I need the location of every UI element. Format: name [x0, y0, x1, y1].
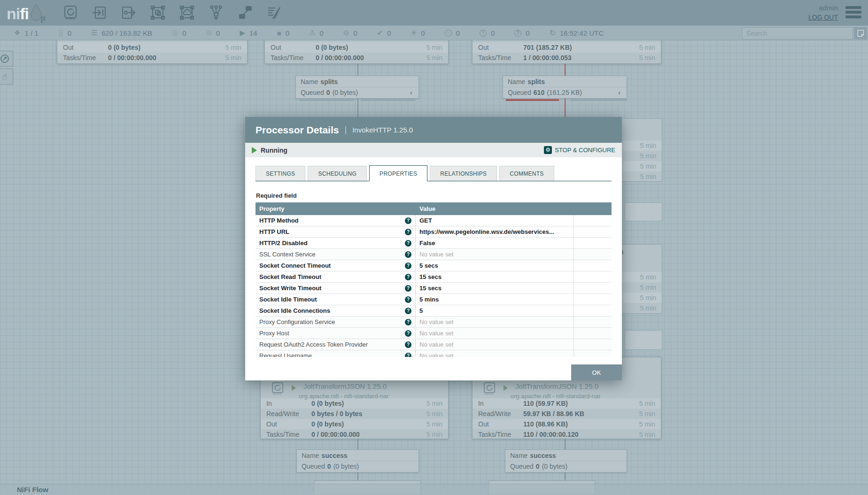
gear-icon: ⚙	[544, 146, 552, 154]
process-group-tool-icon[interactable]	[147, 2, 168, 23]
sticky-note-icon[interactable]	[854, 27, 867, 39]
help-icon[interactable]: ?	[405, 353, 411, 357]
breadcrumb-root[interactable]: NiFi Flow	[17, 486, 48, 494]
connection-name: Name success	[505, 450, 627, 461]
input-port-tool-icon[interactable]	[89, 2, 110, 23]
SCHEDULING[interactable]: SCHEDULING	[308, 166, 367, 181]
status-item: ⊘ 0	[206, 29, 220, 37]
not-transmitting-icon: ⊘	[206, 29, 212, 37]
property-row: Socket Idle Connections ? 5	[256, 305, 612, 317]
running-indicator	[292, 385, 296, 391]
status-item: ✳ 0	[411, 29, 425, 37]
queue-count-bar	[299, 99, 354, 101]
cluster-icon: ❖	[14, 29, 20, 37]
ok-button[interactable]: OK	[571, 364, 622, 380]
active-threads-icon: ⣿	[58, 29, 63, 37]
stat-row: In 0 (0 bytes) 5 min	[261, 398, 448, 409]
help-icon[interactable]: ?	[405, 341, 411, 348]
stop-and-configure-button[interactable]: ⚙ STOP & CONFIGURE	[544, 146, 615, 154]
processor-tool-icon[interactable]	[60, 2, 81, 23]
help-icon[interactable]: ?	[405, 229, 411, 235]
running-icon: ▶	[240, 29, 245, 37]
connection-line[interactable]	[357, 99, 358, 117]
remote-process-group-tool-icon[interactable]	[177, 2, 197, 23]
connection-label-success[interactable]: Name success Queued 0 (0 bytes)	[296, 449, 419, 472]
status-item: ◎ 0	[172, 29, 186, 37]
processor-icon	[482, 381, 496, 397]
stat-time: 5 min	[616, 272, 662, 282]
top-toolbar: nifi	[0, 0, 868, 25]
output-port-tool-icon[interactable]	[118, 2, 139, 23]
help-icon[interactable]: ?	[405, 217, 411, 224]
property-row: Socket Write Timeout ? 15 secs	[256, 283, 612, 294]
flow-status-bar: ❖ 1 / 1 ⣿ 0 ☰ 620 / 163.82 KB ◎ 0	[0, 25, 868, 40]
connection-line[interactable]	[357, 439, 358, 449]
locally-modified-stale-icon: !	[480, 30, 487, 37]
processor-block-partial[interactable]: ta 5 min5 min5 min5 min	[615, 244, 662, 314]
queue-size-bar	[571, 99, 627, 101]
connection-label-partial[interactable]	[625, 202, 662, 221]
help-icon[interactable]: ?	[405, 240, 411, 247]
pan-hand-icon[interactable]: ☝	[0, 69, 13, 85]
status-item: ▶ 14	[240, 29, 257, 37]
help-icon[interactable]: ?	[405, 330, 411, 337]
COMMENTS[interactable]: COMMENTS	[499, 166, 554, 181]
nifi-app: Out 0 (0 bytes) 5 min Tasks/Time 0 / 00:…	[0, 0, 868, 495]
property-row: HTTP/2 Disabled ? False	[256, 238, 612, 249]
connection-label-success[interactable]: Name success Queued 0 (0 bytes)	[505, 449, 627, 472]
status-item: ? 0	[514, 29, 529, 37]
processor-block-partial[interactable]: 5 min5 min5 min5 min	[615, 118, 662, 182]
property-row: Proxy Configuration Service ? No value s…	[256, 317, 612, 328]
help-icon[interactable]: ?	[405, 296, 411, 303]
stat-row: Out 0 (0 bytes) 5 min	[261, 419, 448, 429]
PROPERTIES[interactable]: PROPERTIES	[369, 165, 427, 181]
status-item: ■ 0	[277, 29, 289, 37]
connection-line[interactable]	[565, 439, 566, 449]
connection-label-partial[interactable]	[625, 330, 662, 350]
processor-name: JoltTransformJSON 1.25.0	[515, 382, 598, 390]
stale-icon: ↑	[445, 30, 452, 37]
connection-name: Name splits	[503, 76, 627, 87]
stat-row: Tasks/Time 1 / 00:00:00.053 5 min	[473, 53, 661, 63]
help-icon[interactable]: ?	[405, 263, 411, 269]
template-tool-icon[interactable]	[235, 2, 256, 23]
RELATIONSHIPS[interactable]: RELATIONSHIPS	[430, 166, 497, 181]
run-status-text: Running	[261, 147, 287, 154]
dialog-header[interactable]: Processor Details | InvokeHTTP 1.25.0	[245, 117, 622, 143]
connection-line-warning[interactable]	[565, 99, 566, 117]
help-icon[interactable]: ?	[405, 274, 411, 280]
stat-time: 5 min	[616, 282, 662, 293]
funnel-tool-icon[interactable]	[206, 2, 226, 23]
property-row: Request OAuth2 Access Token Provider ? N…	[256, 339, 612, 350]
label-tool-icon[interactable]	[264, 2, 285, 23]
disabled-icon: ⊝	[343, 29, 349, 37]
connection-label-splits[interactable]: Name splits Queued 0 (0 bytes) ◐	[295, 76, 419, 99]
connection-queued: Queued 610 (161.25 KB) ◐	[503, 87, 627, 98]
search-input[interactable]	[742, 27, 853, 39]
queued-icon: ☰	[91, 29, 97, 37]
stat-row: Out 0 (0 bytes) 5 min	[265, 42, 448, 53]
queue-size-bar	[361, 99, 415, 101]
breadcrumb[interactable]: NiFi Flow	[0, 484, 868, 495]
queue-count-bar-full	[506, 99, 559, 101]
help-icon[interactable]: ?	[405, 319, 411, 325]
connection-label-splits-backpressure[interactable]: Name splits Queued 610 (161.25 KB) ◐	[503, 76, 627, 99]
help-icon[interactable]: ?	[405, 285, 411, 292]
SETTINGS[interactable]: SETTINGS	[256, 166, 305, 181]
property-row: HTTP URL ? https://www.pegelonline.wsv.d…	[256, 226, 612, 238]
property-row: Request Username ? No value set	[256, 350, 612, 357]
stat-row: Out 0 (0 bytes) 5 min	[57, 42, 247, 53]
connection-queued: Queued 0 (0 bytes)	[505, 461, 627, 472]
invalid-icon: ⚠	[309, 29, 315, 37]
stat-time: 5 min	[616, 151, 662, 161]
help-icon[interactable]: ?	[405, 251, 411, 258]
birdseye-icon[interactable]	[0, 51, 13, 67]
current-user: admin	[808, 3, 838, 13]
logout-link[interactable]: LOG OUT	[808, 13, 838, 22]
queue-percent-icon: ◐	[410, 89, 414, 96]
stat-time: 5 min	[616, 293, 662, 303]
help-icon[interactable]: ?	[405, 308, 411, 314]
global-menu-icon[interactable]	[845, 6, 861, 20]
properties-table: Property Value HTTP Method ? GET	[256, 202, 612, 357]
refresh-icon[interactable]: ↻	[550, 28, 556, 38]
